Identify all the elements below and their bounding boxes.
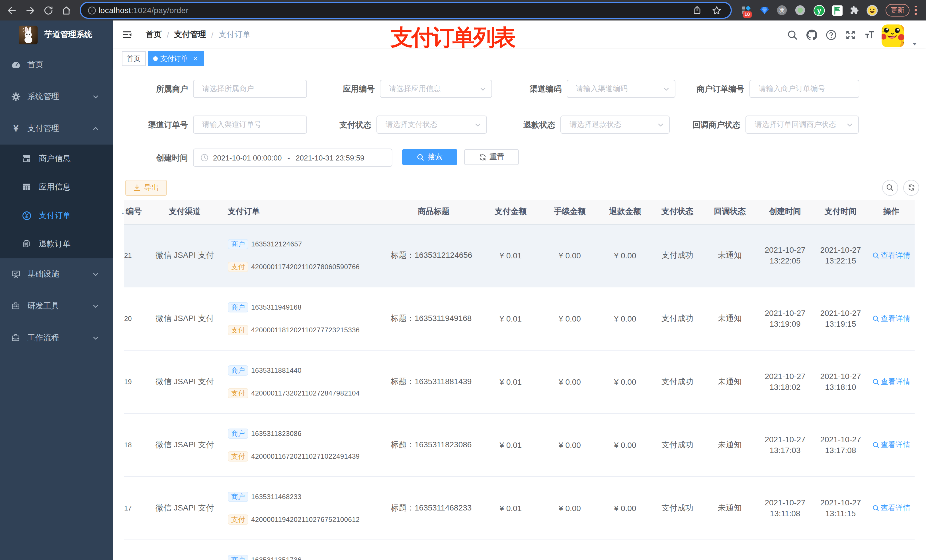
browser-update-button[interactable]: 更新 — [885, 4, 909, 17]
breadcrumb-home[interactable]: 首页 — [146, 30, 162, 40]
cell-paid-time: 2021-10-2713:11:15 — [813, 477, 868, 539]
table-row: 商户 1635311351736 支付 查看详情 — [124, 540, 915, 560]
extensions-puzzle-icon[interactable] — [846, 0, 863, 21]
col-header-title[interactable]: 商品标题 — [387, 200, 480, 224]
reset-button[interactable]: 重置 — [464, 149, 519, 165]
tag-pay-order[interactable]: 支付订单 — [148, 51, 204, 66]
col-header-created[interactable]: 创建时间 — [757, 200, 813, 224]
col-header-fee[interactable]: 手续金额 — [541, 200, 598, 224]
cell-paid-time: 2021-10-2713:22:15 — [813, 225, 868, 287]
sidebar-item-infra[interactable]: 基础设施 — [0, 258, 113, 290]
col-header-channel[interactable]: 支付渠道 — [145, 200, 224, 224]
sidebar-item-merchant-info[interactable]: 商户信息 — [0, 145, 113, 173]
breadcrumb-section[interactable]: 支付管理 — [174, 30, 206, 40]
font-size-icon[interactable] — [860, 21, 879, 49]
cell-title: 标题：1635311949168 — [387, 288, 480, 350]
cell-notify: 未通知 — [703, 414, 757, 476]
merchant-order-line: 商户 1635311949168 — [228, 302, 301, 313]
extension-command-icon[interactable]: ⌘ — [773, 0, 790, 21]
tag-close-icon[interactable] — [192, 56, 198, 62]
export-button[interactable]: 导出 — [125, 180, 166, 195]
extension-green-dot-icon[interactable] — [791, 0, 809, 21]
sidebar-item-pay[interactable]: ¥ 支付管理 — [0, 113, 113, 145]
toggle-search-button[interactable] — [882, 180, 898, 195]
help-icon[interactable] — [821, 21, 841, 49]
col-header-order[interactable]: 支付订单 — [224, 200, 387, 224]
view-detail-link[interactable]: 查看详情 — [872, 503, 910, 513]
yen-circle-icon — [22, 211, 31, 220]
sidebar-item-workflow[interactable]: 工作流程 — [0, 322, 113, 354]
monitor-icon — [11, 270, 21, 279]
col-header-actions[interactable]: 操作 — [868, 200, 915, 224]
col-header-id[interactable]: 编号 — [124, 200, 145, 224]
browser-forward-button[interactable] — [22, 0, 38, 21]
view-detail-link[interactable]: 查看详情 — [872, 251, 910, 261]
share-icon[interactable] — [693, 6, 702, 15]
cell-amount: ¥ 0.01 — [480, 288, 541, 350]
cell-actions: 查看详情 — [868, 477, 915, 539]
navbar-actions — [782, 21, 926, 49]
app-window: 芋道管理系统 首页 系统管理 ¥ 支付管理 商户信息 — [0, 21, 926, 560]
cell-order-numbers: 商户 1635311881440 支付 42000011732021102728… — [224, 351, 387, 414]
browser-menu-button[interactable] — [912, 0, 920, 21]
extension-emoji-icon[interactable] — [863, 0, 881, 21]
table-row: 18 微信 JSAPI 支付 商户 1635311823086 支付 42000… — [124, 414, 915, 477]
filter-label-channel-code: 渠道编码 — [476, 80, 561, 98]
cell-title: 标题：1635312124656 — [387, 225, 480, 287]
sidebar-item-home[interactable]: 首页 — [0, 49, 113, 81]
date-start-value[interactable]: 2021-10-01 00:00:00 — [213, 153, 281, 162]
toolbox-icon — [11, 302, 21, 311]
table-body: 21 微信 JSAPI 支付 商户 1635312124657 支付 42000… — [124, 225, 915, 560]
sidebar-item-devtools[interactable]: 研发工具 — [0, 290, 113, 322]
user-avatar[interactable] — [882, 24, 904, 47]
sidebar-toggle-button[interactable] — [123, 30, 132, 39]
sidebar-item-system[interactable]: 系统管理 — [0, 81, 113, 113]
copy-icon — [22, 240, 31, 249]
view-detail-link[interactable]: 查看详情 — [872, 440, 910, 450]
cell-notify: 未通知 — [703, 477, 757, 539]
search-submit-button[interactable]: 搜索 — [402, 149, 457, 165]
github-icon[interactable] — [802, 21, 821, 49]
cell-actions: 查看详情 — [868, 414, 915, 476]
bookmark-star-icon[interactable] — [712, 5, 722, 15]
fullscreen-icon[interactable] — [841, 21, 860, 49]
filter-callback-status-select[interactable]: 请选择订单回调商户状态 — [746, 116, 859, 134]
cell-title: 标题：1635311881439 — [387, 351, 480, 414]
col-header-paid[interactable]: 支付时间 — [813, 200, 868, 224]
col-header-notify[interactable]: 回调状态 — [703, 200, 757, 224]
view-detail-link[interactable]: 查看详情 — [872, 314, 910, 324]
gear-icon — [11, 92, 21, 101]
extension-flag-icon[interactable] — [829, 0, 846, 21]
browser-reload-button[interactable] — [41, 0, 56, 21]
sidebar-logo[interactable]: 芋道管理系统 — [0, 21, 113, 49]
address-bar[interactable]: localhost:1024/pay/order — [80, 2, 732, 19]
extension-y-icon[interactable]: y — [810, 0, 828, 21]
home-icon — [61, 5, 71, 16]
browser-back-button[interactable] — [3, 0, 20, 21]
filter-app-select[interactable]: 请选择应用信息 — [380, 80, 492, 98]
tag-home[interactable]: 首页 — [122, 51, 145, 66]
cell-refund: ¥ 0.00 — [598, 477, 652, 539]
sidebar-item-pay-order[interactable]: 支付订单 — [0, 201, 113, 230]
browser-home-button[interactable] — [58, 0, 74, 21]
cell-id: 21 — [124, 225, 145, 287]
refresh-button[interactable] — [903, 180, 919, 195]
filter-label-merchant: 所属商户 — [103, 80, 188, 98]
col-header-amount[interactable]: 支付金额 — [480, 200, 541, 224]
search-button[interactable] — [782, 21, 802, 49]
detail-search-icon — [872, 442, 879, 448]
filter-refund-status-select[interactable]: 请选择退款状态 — [560, 116, 670, 134]
briefcase-icon — [11, 334, 21, 343]
table-row: 20 微信 JSAPI 支付 商户 1635311949168 支付 42000… — [124, 288, 915, 351]
sidebar-item-app-info[interactable]: 应用信息 — [0, 173, 113, 201]
extension-gem-icon[interactable] — [756, 0, 773, 21]
col-header-status[interactable]: 支付状态 — [652, 200, 703, 224]
filter-merchant-order-no-input[interactable]: 请输入商户订单编号 — [749, 80, 859, 98]
view-detail-link[interactable]: 查看详情 — [872, 377, 910, 387]
forward-arrow-icon — [25, 5, 36, 16]
sidebar-item-refund-order[interactable]: 退款订单 — [0, 230, 113, 258]
col-header-refund[interactable]: 退款金额 — [598, 200, 652, 224]
filter-create-time-range[interactable]: 2021-10-01 00:00:00 - 2021-10-31 23:59:5… — [193, 148, 392, 167]
pay-badge: 支付 — [228, 388, 248, 398]
date-end-value[interactable]: 2021-10-31 23:59:59 — [295, 153, 364, 162]
